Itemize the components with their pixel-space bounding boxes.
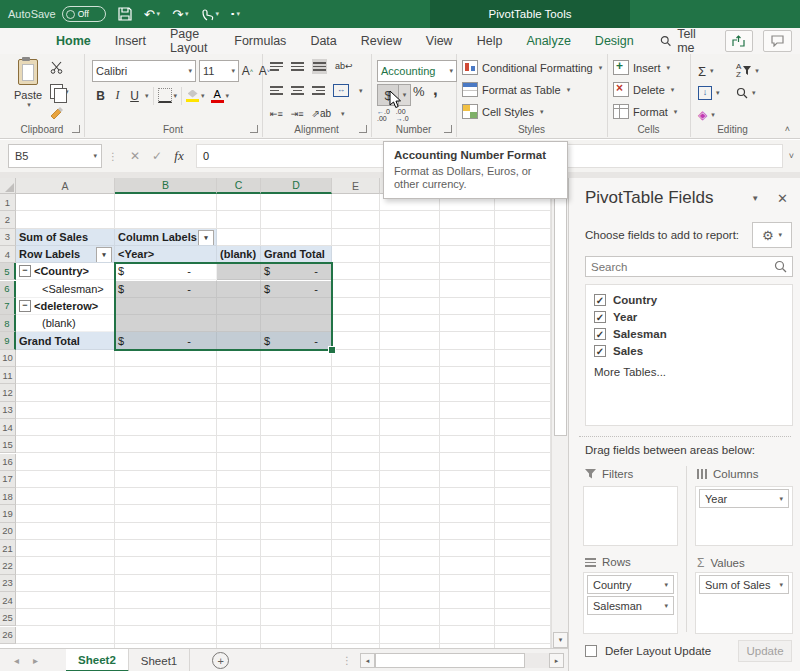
row-header-13[interactable]: 13 [0, 402, 16, 419]
find-select-button[interactable]: ▾ [736, 82, 774, 104]
row-header-8[interactable]: 8 [0, 315, 16, 332]
font-name-dropdown-icon[interactable]: ▾ [188, 67, 192, 75]
row-header-9[interactable]: 9 [0, 332, 16, 349]
wrap-text-icon[interactable]: ab↩ [335, 61, 353, 71]
sort-filter-button[interactable]: AZ▾ [736, 60, 774, 82]
previous-sheet-button[interactable]: ◂ [14, 655, 19, 666]
filters-well[interactable] [583, 486, 678, 546]
defer-layout-checkbox[interactable] [585, 645, 597, 657]
field-checkbox-sales[interactable]: ✓ [594, 345, 606, 357]
orientation-icon[interactable]: ⇗ab [312, 108, 332, 119]
horizontal-scrollbar-thumb[interactable] [375, 653, 525, 668]
scroll-left-button[interactable]: ◂ [360, 653, 375, 668]
top-align-icon[interactable] [270, 60, 283, 73]
tell-me-box[interactable]: Tell me [660, 27, 715, 55]
search-input[interactable]: Search [585, 256, 793, 277]
cut-button[interactable] [50, 60, 69, 78]
cell-c7[interactable] [217, 298, 261, 315]
tab-data[interactable]: Data [298, 28, 348, 54]
cell-d4[interactable]: Grand Total [261, 246, 332, 263]
field-checkbox-salesman[interactable]: ✓ [594, 328, 606, 340]
field-country[interactable]: ✓Country [594, 291, 784, 308]
middle-align-icon[interactable] [291, 60, 304, 73]
underline-dropdown-icon[interactable]: ▾ [145, 92, 149, 100]
align-right-icon[interactable] [312, 84, 325, 97]
borders-icon[interactable] [158, 88, 172, 103]
cancel-button[interactable]: ✕ [124, 145, 146, 167]
row-header-18[interactable]: 18 [0, 488, 16, 505]
scroll-down-button[interactable]: ▾ [553, 632, 568, 648]
align-left-icon[interactable] [270, 84, 283, 97]
share-button[interactable] [725, 30, 754, 52]
vertical-scrollbar[interactable]: ▴ ▾ [551, 178, 568, 648]
row-header-10[interactable]: 10 [0, 350, 16, 367]
tab-page-layout[interactable]: Page Layout [158, 28, 222, 54]
tab-analyze[interactable]: Analyze [514, 28, 582, 54]
underline-button[interactable]: U [126, 86, 143, 105]
values-well[interactable]: Sum of Sales▾ [695, 572, 793, 634]
rows-well[interactable]: Country▾Salesman▾ [583, 572, 678, 634]
horizontal-splitter[interactable]: ⋮ [342, 655, 352, 666]
column-header-e[interactable]: E [332, 178, 380, 194]
pill-dropdown-icon[interactable]: ▾ [779, 495, 783, 503]
tab-design[interactable]: Design [583, 28, 646, 54]
name-box-dropdown-icon[interactable]: ▾ [93, 152, 97, 160]
formula-bar-splitter[interactable]: ⋮ [108, 151, 118, 162]
row-header-16[interactable]: 16 [0, 454, 16, 471]
enter-button[interactable]: ✓ [146, 145, 168, 167]
pill-year[interactable]: Year▾ [699, 489, 789, 508]
row-header-6[interactable]: 6 [0, 281, 16, 298]
field-year[interactable]: ✓Year [594, 308, 784, 325]
row-header-17[interactable]: 17 [0, 471, 16, 488]
comments-button[interactable] [763, 30, 792, 52]
cell-d6[interactable]: $- [261, 281, 332, 298]
field-checkbox-year[interactable]: ✓ [594, 311, 606, 323]
collapse-icon[interactable]: − [19, 265, 31, 277]
decrease-indent-icon[interactable]: ⇤≡ [270, 109, 283, 119]
font-dialog-launcher[interactable] [250, 125, 258, 133]
cell-a6[interactable]: <Salesman> [16, 281, 115, 298]
format-cells-button[interactable]: Format▾ [613, 103, 677, 120]
column-header-d[interactable]: D [261, 178, 332, 194]
update-button[interactable]: Update [738, 640, 792, 662]
more-tables-link[interactable]: More Tables... [594, 366, 784, 378]
save-button[interactable] [118, 7, 132, 21]
pane-options-dropdown-icon[interactable]: ▼ [751, 194, 759, 203]
comma-style-button[interactable]: , [433, 80, 438, 100]
increase-indent-icon[interactable]: ⇥≡ [291, 109, 304, 119]
autosave-toggle[interactable]: Off [62, 6, 106, 22]
row-header-20[interactable]: 20 [0, 523, 16, 540]
row-header-3[interactable]: 3 [0, 229, 16, 246]
merge-center-dropdown-icon[interactable]: ▾ [359, 87, 363, 95]
tab-review[interactable]: Review [349, 28, 414, 54]
horizontal-scrollbar-track[interactable] [525, 653, 549, 668]
pill-salesman[interactable]: Salesman▾ [587, 596, 674, 615]
tab-view[interactable]: View [414, 28, 465, 54]
touch-mode-dropdown-icon[interactable]: ▾ [216, 10, 220, 18]
fill-color-dropdown-icon[interactable]: ▾ [201, 92, 205, 100]
cell-a7[interactable]: −<deleterow> [16, 298, 115, 315]
font-color-dropdown-icon[interactable]: ▾ [226, 92, 230, 100]
paste-button[interactable]: Paste ▾ [8, 59, 48, 127]
undo-button[interactable]: ↶▾ [144, 7, 160, 22]
alignment-dialog-launcher[interactable] [359, 125, 367, 133]
sheet-tab-sheet1[interactable]: Sheet1 [129, 649, 190, 671]
column-header-c[interactable]: C [217, 178, 261, 194]
number-format-dropdown-icon[interactable]: ▾ [449, 67, 453, 75]
increase-font-size-button[interactable]: A˄ [239, 62, 256, 81]
pane-close-icon[interactable]: ✕ [777, 191, 788, 206]
cell-b3[interactable]: Column Labels▾ [115, 229, 217, 246]
cell-d8[interactable] [261, 315, 332, 332]
pill-dropdown-icon[interactable]: ▾ [664, 602, 668, 610]
autosum-button[interactable]: Σ▾ [698, 60, 736, 82]
next-sheet-button[interactable]: ▸ [33, 655, 38, 666]
paste-dropdown-icon[interactable]: ▾ [27, 101, 31, 109]
cell-b4[interactable]: <Year> [115, 246, 217, 263]
number-dialog-launcher[interactable] [444, 125, 452, 133]
format-as-table-button[interactable]: Format as Table▾ [462, 81, 602, 98]
redo-dropdown-icon[interactable]: ▾ [185, 10, 189, 18]
cell-a4[interactable]: Row Labels▾ [16, 246, 115, 263]
cell-b9[interactable]: $- [115, 332, 217, 349]
field-checkbox-country[interactable]: ✓ [594, 294, 606, 306]
pill-country[interactable]: Country▾ [587, 575, 674, 594]
